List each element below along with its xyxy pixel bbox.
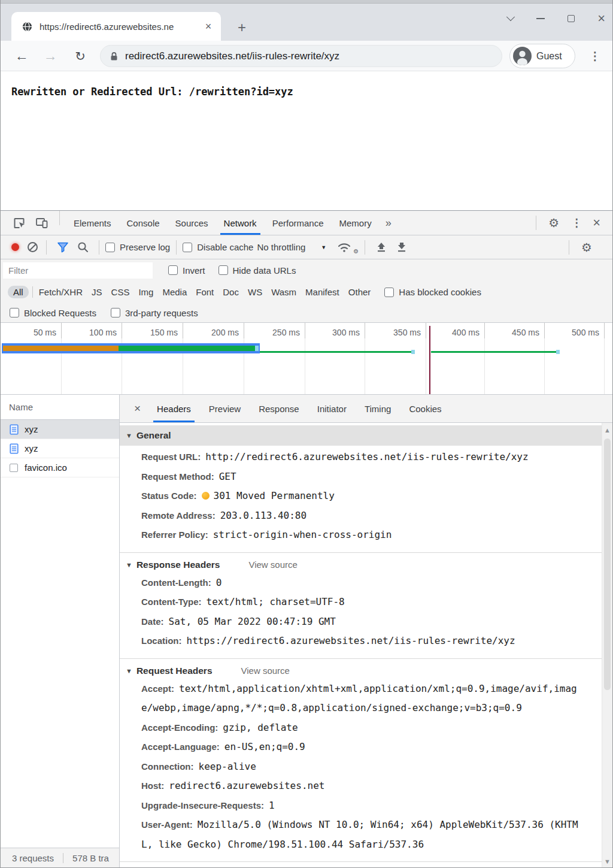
inspect-element-icon[interactable]	[8, 211, 31, 235]
detail-tab-timing[interactable]: Timing	[356, 395, 400, 422]
blocked-requests-checkbox[interactable]	[10, 308, 19, 317]
disable-cache-toggle[interactable]: Disable cache	[183, 242, 253, 252]
throttling-dropdown[interactable]: No throttling ▼	[257, 242, 326, 252]
network-overview-timeline[interactable]: 50 ms 100 ms 150 ms 200 ms 250 ms 300 ms…	[1, 323, 612, 395]
type-filter-other[interactable]: Other	[348, 287, 371, 297]
devtools-menu-button[interactable]: ⋮	[565, 216, 588, 229]
blocked-requests-toggle[interactable]: Blocked Requests	[10, 308, 96, 318]
detail-tab-bar: × Headers Preview Response Initiator Tim…	[120, 395, 612, 423]
section-response-headers[interactable]: ▼Response HeadersView source	[120, 552, 602, 571]
invert-toggle[interactable]: Invert	[168, 265, 205, 276]
type-filter-ws[interactable]: WS	[248, 287, 262, 297]
type-filter-js[interactable]: JS	[92, 287, 102, 297]
clear-button[interactable]	[28, 242, 38, 252]
waterfall-bar-request2[interactable]	[260, 351, 411, 353]
has-blocked-cookies-toggle[interactable]: Has blocked cookies	[384, 287, 481, 297]
document-icon	[10, 424, 19, 435]
waterfall-end-tick	[556, 350, 560, 354]
has-blocked-cookies-checkbox[interactable]	[384, 288, 394, 297]
detail-tab-cookies[interactable]: Cookies	[400, 395, 450, 422]
view-source-link[interactable]: View source	[241, 666, 290, 676]
third-party-requests-toggle[interactable]: 3rd-party requests	[111, 308, 198, 318]
type-filter-img[interactable]: Img	[138, 287, 153, 297]
search-icon[interactable]	[73, 241, 93, 253]
scrollbar-thumb[interactable]	[604, 438, 611, 690]
request-row[interactable]: favicon.ico	[1, 458, 119, 477]
tab-close-button[interactable]: ×	[202, 20, 215, 33]
header-row: Accept-Encoding:gzip, deflate	[141, 718, 586, 738]
header-row: Status Code:301 Moved Permanently	[141, 486, 586, 506]
window-close-button[interactable]: ×	[597, 13, 605, 25]
lock-icon	[110, 52, 118, 61]
address-bar[interactable]: redirect6.azurewebsites.net/iis-rules-re…	[100, 45, 502, 67]
scroll-up-arrow-icon[interactable]: ▲	[602, 427, 612, 434]
filter-funnel-icon[interactable]	[53, 242, 73, 253]
type-filter-css[interactable]: CSS	[111, 287, 130, 297]
import-har-icon[interactable]	[371, 241, 392, 253]
devtools-close-button[interactable]: ×	[588, 215, 605, 231]
type-filter-font[interactable]: Font	[196, 287, 214, 297]
hide-data-urls-checkbox[interactable]	[219, 265, 228, 275]
view-source-link[interactable]: View source	[248, 559, 297, 570]
detail-tab-preview[interactable]: Preview	[200, 395, 250, 422]
network-filter-input[interactable]	[3, 262, 153, 279]
network-settings-button[interactable]: ⚙	[575, 240, 598, 255]
detail-tab-headers[interactable]: Headers	[148, 395, 200, 422]
waterfall-bar-selected[interactable]	[2, 343, 260, 353]
divider	[63, 853, 63, 863]
header-row: Location:https://redirect6.azurewebsites…	[141, 631, 586, 651]
name-column-header[interactable]: Name	[1, 395, 119, 420]
preserve-log-checkbox[interactable]	[105, 243, 115, 252]
details-scrollbar[interactable]: ▲ ▼	[602, 423, 612, 868]
type-filter-fetch-xhr[interactable]: Fetch/XHR	[39, 287, 83, 297]
close-details-button[interactable]: ×	[127, 395, 148, 422]
tab-search-chevron-icon[interactable]	[506, 13, 515, 21]
invert-checkbox[interactable]	[168, 265, 178, 275]
new-tab-button[interactable]: +	[233, 19, 251, 37]
record-button[interactable]	[11, 243, 19, 251]
tab-memory[interactable]: Memory	[332, 211, 380, 235]
detail-tab-response[interactable]: Response	[250, 395, 308, 422]
more-tabs-button[interactable]: »	[380, 211, 397, 235]
request-row[interactable]: xyz	[1, 439, 119, 458]
third-party-requests-checkbox[interactable]	[111, 308, 120, 317]
type-filter-manifest[interactable]: Manifest	[305, 287, 339, 297]
export-har-icon[interactable]	[392, 241, 412, 253]
tab-elements[interactable]: Elements	[66, 211, 119, 235]
network-conditions-icon[interactable]: ⚙	[332, 241, 356, 253]
tab-network[interactable]: Network	[216, 211, 265, 235]
transferred-size: 578 B tra	[72, 853, 109, 863]
divider	[569, 240, 569, 255]
tab-console[interactable]: Console	[119, 211, 168, 235]
reload-button[interactable]: ↻	[70, 41, 90, 71]
scroll-down-arrow-icon[interactable]: ▼	[602, 858, 612, 865]
tab-performance[interactable]: Performance	[265, 211, 332, 235]
section-general[interactable]: ▼General	[120, 425, 602, 446]
type-filter-wasm[interactable]: Wasm	[271, 287, 296, 297]
section-request-headers[interactable]: ▼Request HeadersView source	[120, 658, 602, 678]
network-main-area: Name xyz	[1, 395, 612, 868]
minimize-button[interactable]	[536, 18, 545, 19]
general-rows: Request URL:http://redirect6.azurewebsit…	[120, 446, 602, 549]
request-row[interactable]: xyz	[1, 420, 119, 439]
detail-tab-initiator[interactable]: Initiator	[308, 395, 356, 422]
type-filter-media[interactable]: Media	[162, 287, 187, 297]
tick	[604, 323, 605, 338]
type-filter-doc[interactable]: Doc	[223, 287, 239, 297]
profile-button[interactable]: Guest	[509, 44, 575, 68]
devtools-settings-button[interactable]: ⚙	[542, 216, 565, 230]
maximize-button[interactable]	[568, 15, 575, 22]
generic-file-icon	[10, 464, 18, 472]
browser-tab[interactable]: https://redirect6.azurewebsites.ne ×	[11, 12, 221, 41]
hide-data-urls-toggle[interactable]: Hide data URLs	[219, 265, 296, 276]
back-button[interactable]: ←	[11, 41, 32, 71]
document-icon	[10, 443, 19, 454]
waterfall-bar-request3[interactable]	[431, 351, 556, 353]
preserve-log-toggle[interactable]: Preserve log	[105, 242, 170, 252]
divider	[59, 211, 60, 225]
tab-sources[interactable]: Sources	[168, 211, 216, 235]
browser-menu-button[interactable]: ⋮	[587, 41, 603, 71]
disable-cache-checkbox[interactable]	[183, 243, 192, 252]
device-toolbar-icon[interactable]	[31, 211, 53, 235]
type-filter-all[interactable]: All	[8, 286, 29, 298]
